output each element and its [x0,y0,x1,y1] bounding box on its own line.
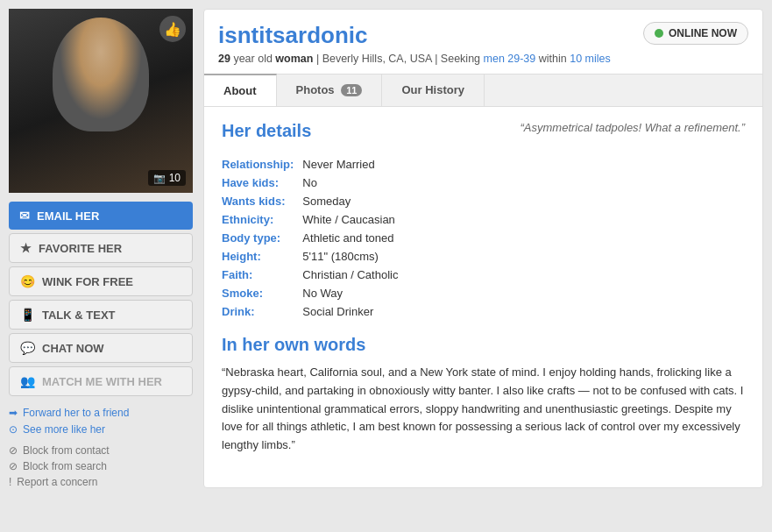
right-column: isntitsardonic 29 year old woman | Bever… [203,9,763,488]
favorite-button-label: FAVORITE HER [39,242,122,255]
profile-meta: 29 year old woman | Beverly Hills, CA, U… [218,53,611,65]
detail-value: No Way [302,284,405,302]
detail-label: Body type: [222,229,302,247]
detail-row: Relationship:Never Married [222,155,405,174]
tab-history[interactable]: Our History [382,74,485,106]
forward-icon: ➡ [9,407,18,419]
match-button-label: MATCH ME WITH HER [42,375,162,388]
photo-count-badge: 📷 10 [148,170,186,186]
email-button[interactable]: ✉ EMAIL HER [9,202,193,230]
detail-row: Height:5'11" (180cms) [222,247,405,266]
block-contact-icon: ⊘ [9,444,18,457]
block-search-icon: ⊘ [9,460,18,472]
tab-photos-label: Photos [296,83,335,96]
tab-about-label: About [223,84,257,97]
wink-button-label: WINK FOR FREE [42,275,133,288]
detail-value: Christian / Catholic [302,266,405,284]
details-table-wrapper: Relationship:Never MarriedHave kids:NoWa… [222,155,745,321]
profile-quote: “Asymmetrical tadpoles! What a refinemen… [475,121,746,134]
own-words-title: In her own words [222,335,745,355]
detail-row: Smoke:No Way [222,284,405,302]
camera-icon: 📷 [153,173,166,184]
detail-label: Ethnicity: [222,210,302,229]
tabs-bar: About Photos 11 Our History [204,74,762,107]
match-icon: 👥 [20,374,35,388]
page-wrapper: 👍 📷 10 ✉ EMAIL HER ★ FAVORITE HER 😊 [0,0,772,497]
report-link[interactable]: ! Report a concern [9,476,193,488]
talk-button[interactable]: 📱 TALK & TEXT [9,300,193,330]
left-column: 👍 📷 10 ✉ EMAIL HER ★ FAVORITE HER 😊 [9,9,193,488]
see-more-link[interactable]: ⊙ See more like her [9,423,193,436]
detail-value: White / Caucasian [302,210,405,229]
detail-value: Someday [302,192,405,210]
profile-username: isntitsardonic [218,22,611,49]
details-section-title: Her details [222,121,475,141]
tab-photos[interactable]: Photos 11 [277,74,383,106]
tab-about[interactable]: About [204,74,277,106]
detail-row: Drink:Social Drinker [222,302,405,321]
online-status-label: ONLINE NOW [669,27,737,39]
profile-header: isntitsardonic 29 year old woman | Bever… [204,10,762,74]
wink-icon: 😊 [20,274,35,288]
detail-value: Social Drinker [302,302,405,321]
detail-value: 5'11" (180cms) [302,247,405,266]
within-value: 10 miles [570,53,611,65]
wink-button[interactable]: 😊 WINK FOR FREE [9,266,193,296]
detail-row: Faith:Christian / Catholic [222,266,405,284]
email-button-label: EMAIL HER [37,209,99,223]
detail-label: Faith: [222,266,302,284]
own-words-text: “Nebraska heart, California soul, and a … [222,364,745,455]
year-old-label: year old [233,53,275,65]
detail-value: No [302,174,405,192]
forward-link[interactable]: ➡ Forward her to a friend [9,407,193,419]
gender-value: woman [275,53,313,65]
online-dot [655,29,663,38]
star-icon: ★ [20,241,32,255]
detail-value: Athletic and toned [302,229,405,247]
block-contact-link[interactable]: ⊘ Block from contact [9,444,193,457]
chat-button-label: CHAT NOW [42,342,104,355]
photos-badge: 11 [341,84,362,96]
detail-label: Relationship: [222,155,302,174]
block-contact-label: Block from contact [23,444,110,457]
detail-label: Height: [222,247,302,266]
tab-history-label: Our History [401,83,464,96]
detail-row: Body type:Athletic and toned [222,229,405,247]
details-header: Her details [222,121,475,148]
age-value: 29 [218,53,230,65]
online-badge: ONLINE NOW [643,22,748,45]
detail-label: Wants kids: [222,192,302,210]
report-label: Report a concern [17,476,97,488]
profile-photo: 👍 📷 10 [9,9,193,193]
thumbs-up-icon: 👍 [159,16,186,42]
tab-content-about: Her details “Asymmetrical tadpoles! What… [204,107,762,469]
photo-count-value: 10 [169,172,181,184]
location-value: Beverly Hills, CA, USA [322,53,432,65]
block-search-link[interactable]: ⊘ Block from search [9,460,193,472]
favorite-button[interactable]: ★ FAVORITE HER [9,233,193,263]
detail-row: Ethnicity:White / Caucasian [222,210,405,229]
chat-icon: 💬 [20,341,35,355]
within-label: within [539,53,570,65]
detail-row: Wants kids:Someday [222,192,405,210]
profile-container: 👍 📷 10 ✉ EMAIL HER ★ FAVORITE HER 😊 [9,9,763,488]
phone-icon: 📱 [20,308,35,322]
detail-value: Never Married [302,155,405,174]
details-header-row: Her details “Asymmetrical tadpoles! What… [222,121,745,148]
talk-button-label: TALK & TEXT [42,309,116,322]
pipe-2: | Seeking [435,53,483,65]
secondary-links: ➡ Forward her to a friend ⊙ See more lik… [9,407,193,436]
see-more-label: See more like her [23,423,105,436]
detail-label: Have kids: [222,174,302,192]
circle-icon: ⊙ [9,423,18,436]
email-icon: ✉ [19,209,30,223]
forward-label: Forward her to a friend [23,407,129,419]
action-buttons: ✉ EMAIL HER ★ FAVORITE HER 😊 WINK FOR FR… [9,202,193,396]
detail-row: Have kids:No [222,174,405,192]
match-button[interactable]: 👥 MATCH ME WITH HER [9,366,193,396]
seeking-value: men 29-39 [484,53,536,65]
chat-button[interactable]: 💬 CHAT NOW [9,333,193,363]
own-words-section: In her own words “Nebraska heart, Califo… [222,335,745,455]
gray-links: ⊘ Block from contact ⊘ Block from search… [9,444,193,488]
pipe-1: | [316,53,322,65]
